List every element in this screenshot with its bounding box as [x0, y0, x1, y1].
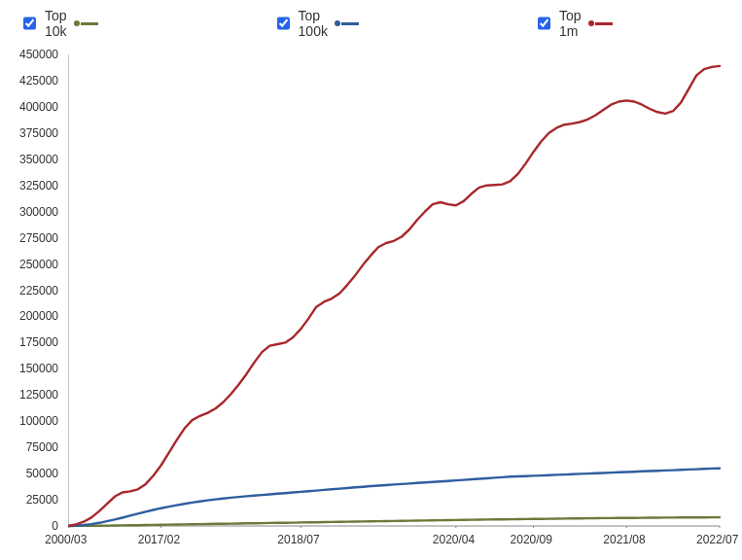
y-tick-label: 350000	[0, 153, 58, 166]
y-tick-label: 100000	[0, 414, 58, 428]
legend-checkbox[interactable]	[23, 17, 36, 30]
y-tick-label: 0	[0, 519, 58, 533]
y-tick-label: 75000	[0, 440, 58, 454]
y-tick-label: 450000	[0, 48, 58, 61]
legend-swatch	[588, 20, 613, 26]
y-tick-label: 375000	[0, 126, 58, 140]
y-tick-label: 150000	[0, 362, 58, 375]
legend-checkbox[interactable]	[538, 17, 550, 30]
line-chart	[68, 54, 722, 528]
series-top-1m	[68, 66, 720, 526]
x-tick-label: 2021/08	[603, 533, 645, 546]
y-tick-label: 250000	[0, 258, 58, 271]
x-tick-label: 2017/02	[138, 533, 180, 546]
series-top-10k	[68, 517, 720, 526]
y-tick-label: 325000	[0, 179, 58, 192]
legend-swatch	[74, 20, 98, 26]
x-tick-label: 2020/09	[511, 533, 552, 546]
y-tick-label: 275000	[0, 231, 58, 245]
y-tick-label: 225000	[0, 284, 58, 298]
legend-checkbox[interactable]	[277, 17, 290, 30]
y-tick-label: 300000	[0, 205, 58, 219]
y-tick-label: 200000	[0, 309, 58, 323]
legend-swatch	[335, 20, 359, 26]
x-tick-label: 2018/07	[277, 533, 319, 546]
y-tick-label: 125000	[0, 388, 58, 402]
y-tick-label: 400000	[0, 100, 58, 114]
x-tick-label: 2020/04	[433, 533, 475, 546]
x-tick-label: 2000/03	[45, 533, 87, 546]
y-tick-label: 175000	[0, 335, 58, 349]
y-tick-label: 25000	[0, 493, 58, 507]
y-tick-label: 425000	[0, 74, 58, 88]
y-tick-label: 50000	[0, 467, 58, 480]
x-tick-label: 2022/07	[696, 533, 738, 546]
